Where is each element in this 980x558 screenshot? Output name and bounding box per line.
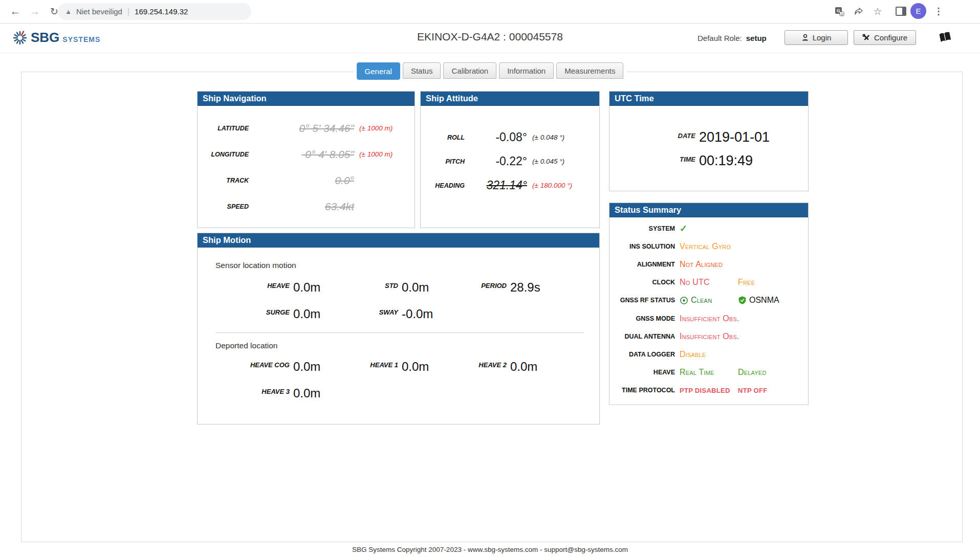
surge-label: SURGE (228, 308, 290, 316)
sway-cell: SWAY -0.0m (337, 307, 445, 321)
std-value: 0.0m (402, 280, 429, 295)
ntp-value: NTP OFF (738, 387, 767, 394)
period-cell: PERIOD 28.9s (445, 280, 554, 295)
system-label: SYSTEM (609, 225, 675, 232)
latitude-value: 0° 5' 34.46" (249, 122, 354, 135)
role-value: setup (746, 34, 767, 42)
period-label: PERIOD (445, 282, 507, 289)
sway-value: -0.0m (402, 307, 433, 321)
login-button[interactable]: Login (785, 30, 848, 45)
utc-time-panel: UTC Time DATE 2019-01-01 TIME 00:19:49 (609, 91, 809, 191)
bookmark-star-icon[interactable]: ☆ (870, 4, 885, 18)
heave-status-label: HEAVE (609, 369, 675, 376)
gnss-mode-label: GNSS MODE (609, 315, 675, 322)
forward-icon[interactable]: → (27, 3, 43, 19)
sensor-location-section-title: Sensor location motion (198, 248, 599, 270)
role-label: Default Role: (698, 34, 742, 42)
deported-motion-row-1: HEAVE COG 0.0m HEAVE 1 0.0m HEAVE 2 0.0m (198, 353, 599, 380)
heave-3-value: 0.0m (293, 386, 320, 400)
heave-cog-value: 0.0m (293, 360, 320, 374)
speed-label: SPEED (198, 203, 249, 210)
ship-motion-title: Ship Motion (198, 233, 599, 248)
tab-general[interactable]: General (357, 62, 400, 80)
longitude-value: -0° 4' 8.05" (249, 148, 354, 161)
heading-label: HEADING (421, 182, 465, 189)
date-label: DATE (609, 132, 695, 140)
track-row: TRACK 0.0° (198, 167, 415, 193)
data-logger-value: Disable (680, 350, 706, 359)
not-secure-warning-icon[interactable]: ▲! (65, 8, 72, 15)
ship-attitude-title: Ship Attitude (421, 92, 599, 106)
tab-calibration[interactable]: Calibration (443, 62, 496, 79)
data-logger-row: DATA LOGGER Disable (609, 345, 808, 363)
security-label: Niet beveiligd (76, 7, 122, 16)
antenna-signal-icon (680, 296, 688, 305)
deported-location-section-title: Deported location (198, 333, 599, 350)
person-icon (801, 34, 809, 41)
status-summary-panel: Status Summary SYSTEM ✓ INS SOLUTION Ver… (609, 203, 809, 405)
browser-toolbar: ← → ↻ ▲! Niet beveiligd | 169.254.149.32… (0, 0, 980, 24)
heave-2-value: 0.0m (510, 360, 537, 374)
dual-antenna-row: DUAL ANTENNA Insufficient Obs. (609, 327, 808, 345)
configure-button-label: Configure (874, 33, 907, 42)
dual-antenna-label: DUAL ANTENNA (609, 333, 675, 340)
roll-row: ROLL -0.08° (± 0.048 °) (421, 125, 599, 149)
address-bar[interactable]: ▲! Niet beveiligd | 169.254.149.32 (58, 3, 251, 20)
check-icon: ✓ (680, 223, 687, 234)
dual-antenna-value: Insufficient Obs. (680, 332, 739, 341)
heading-value: 321.14° (465, 178, 527, 192)
heave-cog-label: HEAVE COG (228, 361, 290, 369)
track-label: TRACK (198, 177, 249, 184)
browser-menu-icon[interactable]: ⋮ (931, 4, 946, 18)
tools-icon (862, 34, 870, 42)
alignment-value: Not Aligned (680, 260, 723, 269)
side-panel-icon[interactable] (894, 4, 908, 18)
heave-1-cell: HEAVE 1 0.0m (337, 360, 445, 374)
sensor-motion-row-1: HEAVE 0.0m STD 0.0m PERIOD 28.9s (198, 274, 599, 301)
gnss-rf-status-label: GNSS RF STATUS (609, 297, 675, 304)
documentation-book-icon[interactable] (937, 29, 954, 46)
heave-3-cell: HEAVE 3 0.0m (228, 386, 337, 400)
period-value: 28.9s (510, 280, 540, 295)
longitude-label: LONGITUDE (198, 151, 249, 158)
translate-icon[interactable]: Ga (832, 4, 846, 18)
tab-measurements[interactable]: Measurements (556, 62, 623, 79)
configure-button[interactable]: Configure (854, 30, 916, 45)
heave-delayed-value: Delayed (738, 368, 767, 377)
address-separator: | (127, 7, 129, 16)
tab-status[interactable]: Status (403, 62, 441, 79)
copyright-footer: SBG Systems Copyright 2007-2023 - www.sb… (0, 546, 980, 553)
speed-row: SPEED 63.4kt (198, 193, 415, 219)
status-summary-title: Status Summary (609, 203, 808, 217)
pitch-label: PITCH (421, 158, 465, 165)
heave-3-label: HEAVE 3 (228, 388, 290, 395)
time-row: TIME 00:19:49 (609, 153, 808, 176)
tab-information[interactable]: Information (499, 62, 554, 79)
svg-text:a: a (841, 12, 843, 15)
ins-solution-label: INS SOLUTION (609, 243, 675, 250)
gnss-rf-status-row: GNSS RF STATUS Clean OSNMA (609, 292, 808, 309)
share-icon[interactable] (852, 4, 866, 18)
ship-navigation-title: Ship Navigation (198, 92, 415, 106)
clock-label: CLOCK (609, 279, 675, 286)
time-protocol-row: TIME PROTOCOL PTP DISABLED NTP OFF (609, 382, 808, 399)
pitch-accuracy: (± 0.045 °) (532, 158, 564, 165)
sensor-motion-row-2: SURGE 0.0m SWAY -0.0m (198, 301, 599, 327)
address-url: 169.254.149.32 (135, 7, 188, 16)
gnss-mode-value: Insufficient Obs. (680, 314, 739, 323)
time-label: TIME (609, 155, 695, 163)
surge-cell: SURGE 0.0m (228, 307, 337, 321)
login-button-label: Login (813, 33, 832, 42)
alignment-label: ALIGNMENT (609, 261, 675, 268)
pitch-value: -0.22° (465, 154, 527, 168)
system-status-row: SYSTEM ✓ (609, 219, 808, 237)
browser-profile-avatar[interactable]: E (910, 3, 926, 19)
time-value: 00:19:49 (699, 153, 753, 169)
pitch-row: PITCH -0.22° (± 0.045 °) (421, 149, 599, 173)
back-icon[interactable]: ← (7, 3, 24, 19)
tab-bar: General Status Calibration Information M… (354, 62, 627, 80)
default-role: Default Role:setup (698, 34, 767, 42)
time-protocol-label: TIME PROTOCOL (609, 387, 675, 394)
deported-motion-row-2: HEAVE 3 0.0m (198, 380, 599, 407)
roll-label: ROLL (421, 134, 465, 141)
